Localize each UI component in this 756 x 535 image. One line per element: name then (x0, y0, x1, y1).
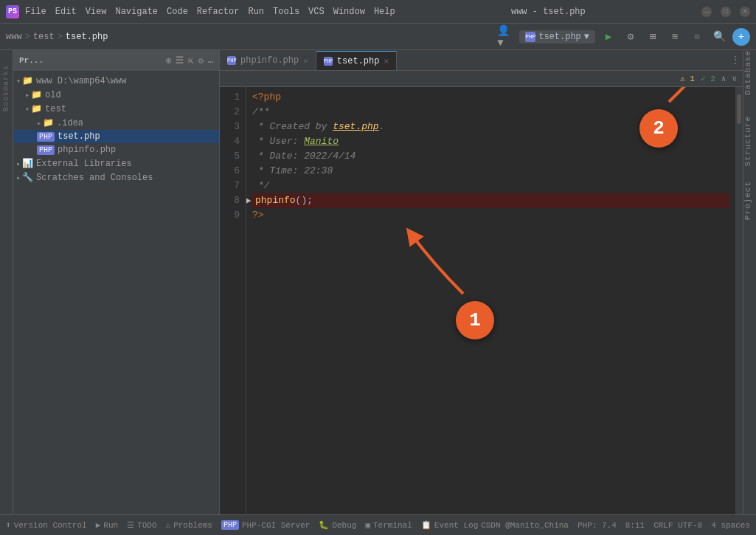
run-button[interactable]: ▶ (600, 28, 617, 46)
php-file-icon: PHP (525, 32, 535, 42)
terminal-icon: ▣ (365, 520, 370, 530)
tab-phpinfo[interactable]: PHP phpinfo.php ✕ (220, 51, 316, 70)
tab-tset[interactable]: PHP tset.php ✕ (316, 51, 397, 70)
line-ending-label[interactable]: CRLF UTF-8 (653, 521, 702, 530)
project-panel-title: Pr... (19, 56, 44, 65)
tree-label-tset: tset.php (58, 131, 100, 142)
structure-label[interactable]: Structure (743, 116, 756, 166)
comment-user: * User: Manito (252, 134, 339, 149)
status-problems[interactable]: ⚠ Problems (166, 520, 212, 530)
tree-label-old: old (45, 90, 61, 100)
menu-code[interactable]: Code (167, 7, 188, 17)
tree-item-test[interactable]: ▾ 📁 test (13, 102, 219, 116)
php-version-label: PHP: 7.4 (578, 521, 617, 530)
terminal-label: Terminal (373, 521, 412, 530)
menu-bar[interactable]: File Edit View Navigate Code Refactor Ru… (25, 7, 395, 17)
status-php-cgi[interactable]: PHP PHP-CGI Server (221, 520, 310, 530)
ok-count[interactable]: ✓ 2 (701, 74, 715, 83)
tab-phpinfo-label: phpinfo.php (240, 55, 299, 66)
database-label[interactable]: Database (743, 50, 756, 101)
status-todo[interactable]: ☰ TODO (127, 520, 156, 530)
close-button[interactable]: ✕ (740, 7, 750, 17)
status-event-log[interactable]: 📋 Event Log (421, 520, 478, 530)
menu-tools[interactable]: Tools (273, 7, 299, 17)
toolbar: www > test > tset.php 👤 ▼ PHP tset.php ▼… (0, 24, 756, 50)
right-sidebar: Database Structure Project (743, 50, 756, 514)
project-label[interactable]: Project (743, 181, 756, 220)
cursor-position-label[interactable]: 8:11 (625, 521, 645, 530)
scrollbar[interactable] (735, 87, 743, 514)
settings-gear-icon[interactable]: ⚙ (198, 55, 204, 66)
coverage-button[interactable]: ⊞ (644, 28, 662, 46)
tree-label-www: www D:\wamp64\www (36, 76, 126, 86)
code-line-6: * Time: 22:38 (252, 164, 729, 179)
run-config-selector[interactable]: PHP tset.php ▼ (519, 30, 595, 44)
status-version-control[interactable]: ⬆ Version Control (6, 520, 87, 530)
scrollbar-thumb[interactable] (737, 94, 741, 124)
menu-window[interactable]: Window (333, 7, 365, 17)
tabs-more-icon[interactable]: ⋮ (731, 55, 740, 66)
status-bar-right: CSDN @Manito_China PHP: 7.4 8:11 CRLF UT… (481, 521, 750, 530)
breadcrumb-www[interactable]: www (6, 32, 22, 42)
breadcrumb-test[interactable]: test (33, 32, 55, 42)
php-file-icon-tset: PHP (37, 132, 55, 142)
project-panel: Pr... ⊕ ☰ ⇱ ⚙ … ▾ 📁 www D:\wamp64\www ▸ … (13, 50, 220, 514)
menu-navigate[interactable]: Navigate (115, 7, 158, 17)
minimize-button[interactable]: — (701, 7, 712, 17)
problems-icon: ⚠ (166, 520, 171, 530)
hints-nav-down[interactable]: ∨ (732, 74, 737, 83)
event-log-label: Event Log (434, 521, 478, 530)
comment-time: * Time: 22:38 (252, 164, 333, 179)
collapse-icon[interactable]: ⇱ (188, 55, 193, 66)
debug-button[interactable]: ⚙ (622, 28, 639, 46)
tree-item-tset[interactable]: PHP tset.php (13, 130, 219, 143)
menu-help[interactable]: Help (374, 7, 395, 17)
tree-item-scratches[interactable]: ▸ 🔧 Scratches and Consoles (13, 170, 219, 184)
tab-tset-close[interactable]: ✕ (384, 56, 389, 66)
status-terminal[interactable]: ▣ Terminal (365, 520, 412, 530)
stop-button[interactable]: ■ (688, 28, 706, 46)
maximize-button[interactable]: □ (721, 7, 731, 17)
account-button[interactable]: 👤 ▼ (497, 28, 515, 46)
add-icon[interactable]: ⊕ (166, 55, 171, 66)
status-run[interactable]: ▶ Run (96, 520, 118, 530)
brand-label: CSDN @Manito_China (481, 521, 569, 530)
menu-run[interactable]: Run (248, 7, 264, 17)
problems-label: Problems (173, 521, 212, 530)
comment-date: * Date: 2022/4/14 (252, 149, 356, 164)
tabs-bar: PHP phpinfo.php ✕ PHP tset.php ✕ ⋮ (220, 50, 743, 71)
menu-file[interactable]: File (25, 7, 46, 17)
menu-refactor[interactable]: Refactor (197, 7, 240, 17)
code-content[interactable]: <?php /** * Created by tset.php. * User:… (246, 87, 735, 514)
indent-label[interactable]: 4 spaces (711, 521, 750, 530)
menu-vcs[interactable]: VCS (308, 7, 325, 17)
tree-label-extlibs: External Libraries (36, 159, 132, 169)
breadcrumb-file[interactable]: tset.php (66, 32, 108, 42)
status-debug[interactable]: 🐛 Debug (319, 520, 356, 530)
scratches-icon: 🔧 (22, 172, 33, 183)
tab-phpinfo-icon: PHP (227, 56, 236, 65)
warning-count[interactable]: ⚠ 1 (680, 74, 695, 83)
profile-button[interactable]: ≋ (666, 28, 684, 46)
version-control-icon: ⬆ (6, 520, 11, 530)
hints-nav-up[interactable]: ∧ (721, 74, 726, 83)
code-line-9: ?> (252, 208, 729, 223)
more-icon[interactable]: … (208, 55, 213, 66)
debug-status-label: Debug (332, 521, 356, 530)
bookmarks-label[interactable]: Bookmarks (2, 65, 10, 111)
tree-item-www[interactable]: ▾ 📁 www D:\wamp64\www (13, 74, 219, 88)
menu-view[interactable]: View (86, 7, 107, 17)
breadcrumb: www > test > tset.php (6, 32, 494, 42)
tree-item-idea[interactable]: ▸ 📁 .idea (13, 116, 219, 130)
search-button[interactable]: 🔍 (710, 28, 728, 46)
list-icon[interactable]: ☰ (176, 55, 184, 66)
tab-phpinfo-close[interactable]: ✕ (303, 56, 308, 66)
tree-item-phpinfo[interactable]: PHP phpinfo.php (13, 143, 219, 156)
menu-edit[interactable]: Edit (55, 7, 77, 17)
settings-button[interactable]: + (732, 28, 750, 46)
tree-item-extlibs[interactable]: ▸ 📊 External Libraries (13, 156, 219, 170)
tree-label-phpinfo: phpinfo.php (58, 145, 116, 155)
run-config-dropdown-icon: ▼ (584, 32, 589, 42)
code-phpinfo-call: phpinfo (255, 193, 296, 208)
tree-item-old[interactable]: ▸ 📁 old (13, 88, 219, 102)
